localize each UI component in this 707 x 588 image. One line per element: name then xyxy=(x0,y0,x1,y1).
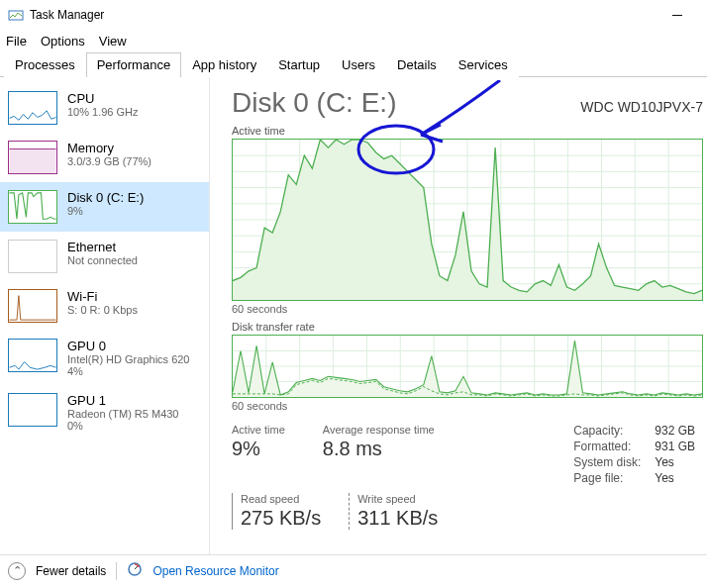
pagefile-value: Yes xyxy=(655,471,695,485)
active-time-value: 9% xyxy=(232,438,285,460)
disk-model: WDC WD10JPVX-7 xyxy=(580,99,703,115)
detail-panel: Disk 0 (C: E:) WDC WD10JPVX-7 Active tim… xyxy=(210,77,707,554)
open-resource-monitor-link[interactable]: Open Resource Monitor xyxy=(152,564,278,578)
tab-performance[interactable]: Performance xyxy=(86,52,181,77)
sidebar-item-disk0[interactable]: Disk 0 (C: E:)9% xyxy=(0,182,209,232)
window-title: Task Manager xyxy=(30,8,104,22)
sidebar-item-sub: 3.0/3.9 GB (77%) xyxy=(67,155,152,167)
svg-rect-1 xyxy=(9,149,55,173)
sidebar-item-label: Ethernet xyxy=(67,240,138,254)
sidebar-item-sub: S: 0 R: 0 Kbps xyxy=(67,304,138,316)
chart1-footer: 60 seconds xyxy=(232,303,707,315)
sidebar-item-sub2: 4% xyxy=(67,365,190,377)
capacity-label: Capacity: xyxy=(573,424,641,438)
sidebar-item-sub: Not connected xyxy=(67,254,138,266)
app-icon xyxy=(8,7,24,23)
chevron-up-icon[interactable]: ⌃ xyxy=(8,562,26,580)
ethernet-thumb xyxy=(8,240,57,273)
tab-users[interactable]: Users xyxy=(331,52,386,77)
menu-options[interactable]: Options xyxy=(41,34,85,49)
read-speed-label: Read speed xyxy=(241,493,321,505)
tab-startup[interactable]: Startup xyxy=(267,52,331,77)
read-speed-value: 275 KB/s xyxy=(241,507,321,530)
sidebar-item-gpu0[interactable]: GPU 0Intel(R) HD Graphics 6204% xyxy=(0,331,209,385)
footer-bar: ⌃ Fewer details Open Resource Monitor xyxy=(0,554,707,586)
sidebar-item-sub2: 0% xyxy=(67,420,179,432)
sidebar-item-label: GPU 0 xyxy=(67,339,190,353)
gpu0-thumb xyxy=(8,339,57,372)
transfer-rate-chart xyxy=(232,335,703,398)
sidebar: CPU10% 1.96 GHz Memory3.0/3.9 GB (77%) D… xyxy=(0,77,210,554)
title-bar: Task Manager ─ xyxy=(0,0,707,30)
sidebar-item-sub: Intel(R) HD Graphics 620 xyxy=(67,353,190,365)
avg-response-value: 8.8 ms xyxy=(323,438,435,460)
tab-bar: Processes Performance App history Startu… xyxy=(0,51,707,77)
sidebar-item-label: GPU 1 xyxy=(67,393,179,408)
svg-line-7 xyxy=(135,566,138,569)
tab-app-history[interactable]: App history xyxy=(181,52,267,77)
formatted-label: Formatted: xyxy=(573,440,641,453)
resource-monitor-icon xyxy=(127,561,143,580)
tab-details[interactable]: Details xyxy=(386,52,448,77)
pagefile-label: Page file: xyxy=(573,471,641,485)
active-time-label: Active time xyxy=(232,424,285,436)
divider xyxy=(116,562,117,580)
tab-processes[interactable]: Processes xyxy=(4,52,86,77)
sidebar-item-memory[interactable]: Memory3.0/3.9 GB (77%) xyxy=(0,133,209,182)
sidebar-item-sub: 9% xyxy=(67,205,144,217)
chart2-footer: 60 seconds xyxy=(232,400,707,412)
disk-thumb xyxy=(8,190,57,224)
page-title: Disk 0 (C: E:) xyxy=(232,87,396,119)
active-time-chart xyxy=(232,139,703,301)
sidebar-item-sub: Radeon (TM) R5 M430 xyxy=(67,408,179,420)
minimize-button[interactable]: ─ xyxy=(656,0,699,30)
sidebar-item-label: Disk 0 (C: E:) xyxy=(67,190,144,205)
capacity-value: 932 GB xyxy=(655,424,695,438)
cpu-thumb xyxy=(8,91,57,125)
fewer-details-button[interactable]: Fewer details xyxy=(36,564,106,578)
chart1-title: Active time xyxy=(232,125,707,137)
formatted-value: 931 GB xyxy=(655,440,695,453)
capacity-grid: Capacity:932 GB Formatted:931 GB System … xyxy=(573,424,695,485)
sysdisk-value: Yes xyxy=(655,455,695,469)
wifi-thumb xyxy=(8,289,57,323)
chart2-title: Disk transfer rate xyxy=(232,321,707,333)
gpu1-thumb xyxy=(8,393,57,427)
tab-services[interactable]: Services xyxy=(448,52,519,77)
sidebar-item-label: CPU xyxy=(67,91,139,106)
write-speed-value: 311 KB/s xyxy=(357,507,438,530)
sidebar-item-label: Memory xyxy=(67,141,152,155)
sidebar-item-sub: 10% 1.96 GHz xyxy=(67,106,139,118)
sidebar-item-wifi[interactable]: Wi-FiS: 0 R: 0 Kbps xyxy=(0,281,209,331)
sidebar-item-ethernet[interactable]: EthernetNot connected xyxy=(0,232,209,281)
menu-file[interactable]: File xyxy=(6,34,27,49)
sidebar-item-gpu1[interactable]: GPU 1Radeon (TM) R5 M4300% xyxy=(0,385,209,440)
write-speed-label: Write speed xyxy=(357,493,438,505)
sysdisk-label: System disk: xyxy=(573,455,641,469)
menu-view[interactable]: View xyxy=(99,34,127,49)
memory-thumb xyxy=(8,141,57,174)
sidebar-item-label: Wi-Fi xyxy=(67,289,138,304)
menu-bar: File Options View xyxy=(0,30,707,51)
avg-response-label: Average response time xyxy=(323,424,435,436)
sidebar-item-cpu[interactable]: CPU10% 1.96 GHz xyxy=(0,83,209,133)
